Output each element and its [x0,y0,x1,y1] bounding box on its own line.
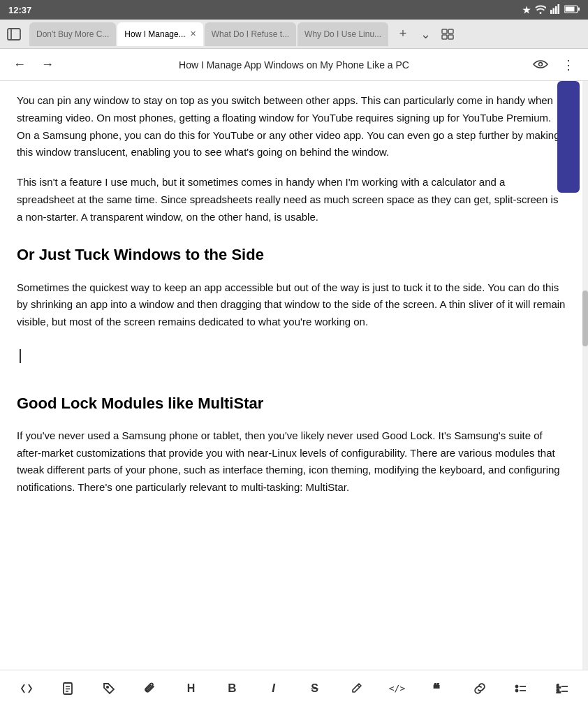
wifi-icon [535,4,546,16]
svg-point-13 [539,62,543,66]
tab-why-do-i-use[interactable]: Why Do I Use Linu... [297,22,388,46]
svg-point-22 [515,689,517,691]
tab-overview-button[interactable] [437,24,458,45]
toolbar-document-button[interactable] [55,676,80,701]
svg-rect-3 [558,4,560,14]
tab-label: Don't Buy More C... [36,29,109,39]
svg-rect-2 [555,6,557,14]
svg-rect-0 [550,10,552,14]
toolbar-brackets-button[interactable] [14,676,39,701]
toolbar-paperclip-button[interactable] [138,676,163,701]
tab-label: What Do I Refuse t... [212,29,289,39]
bluetooth-icon: ★ [522,5,531,15]
heading-good-lock: Good Lock Modules like MultiStar [17,391,566,416]
cursor-placeholder [17,344,566,374]
toolbar-list-ol-button[interactable]: 1.2. [550,676,575,701]
status-bar: 12:37 ★ [0,0,588,20]
page-title: How I Manage App Windows on My Phone Lik… [64,59,524,71]
svg-text:❝: ❝ [433,682,440,696]
svg-rect-10 [448,29,453,34]
toolbar-draw-button[interactable] [344,676,369,701]
time: 12:37 [8,5,31,15]
tab-label: How I Manage... [124,29,185,39]
signal-icon [550,4,560,16]
svg-rect-7 [8,29,20,40]
svg-point-21 [515,685,517,687]
para-tuck: Sometimes the quickest way to keep an ap… [17,279,566,331]
scrollbar-track[interactable] [582,81,588,670]
svg-rect-12 [448,35,453,39]
svg-rect-1 [553,8,555,14]
toolbar-code-button[interactable]: </> [385,676,410,701]
nav-right-controls: ⋮ [529,54,580,76]
nav-bar: ← → How I Manage App Windows on My Phone… [0,49,588,81]
toolbar-italic-button[interactable]: I [261,676,286,701]
svg-rect-9 [442,29,447,34]
tab-what-do-i-refuse[interactable]: What Do I Refuse t... [205,22,296,46]
more-options-button[interactable]: ⋮ [557,54,580,76]
para-calculator: This isn't a feature I use much, but it … [17,174,566,226]
svg-rect-11 [442,35,447,39]
tab-actions: + ⌄ [392,24,458,45]
svg-text:1.: 1. [557,684,561,689]
scrollbar-thumb[interactable] [582,291,588,346]
new-tab-button[interactable]: + [392,24,413,45]
toolbar-list-ul-button[interactable] [508,676,534,701]
tab-label: Why Do I Use Linu... [304,29,381,39]
toolbar-heading-button[interactable]: H [179,676,204,701]
tab-bar: Don't Buy More C... How I Manage... ✕ Wh… [0,20,588,49]
svg-line-19 [358,685,360,687]
toolbar-quote-button[interactable]: ❝ [426,676,451,701]
content-area: You can pin any window to stay on top as… [0,81,588,670]
sidebar-toggle-icon[interactable] [3,23,25,45]
back-button[interactable]: ← [8,54,31,76]
floating-phone-widget [557,81,580,193]
toolbar-link-button[interactable] [467,676,492,701]
status-icons: ★ [522,4,580,16]
battery-icon [564,5,580,15]
forward-button[interactable]: → [36,54,59,76]
article-content: You can pin any window to stay on top as… [0,81,582,670]
toolbar-bold-button[interactable]: B [220,676,245,701]
tab-bar-controls [3,23,25,45]
svg-rect-6 [578,7,580,10]
reader-mode-button[interactable] [529,54,552,76]
heading-tuck-windows: Or Just Tuck Windows to the Side [17,242,566,267]
svg-text:2.: 2. [557,689,561,693]
svg-point-18 [106,686,108,687]
toolbar-tag-button[interactable] [96,676,122,701]
tab-close-icon[interactable]: ✕ [190,29,196,38]
editor-toolbar: H B I S </> ❝ 1.2. [0,670,588,706]
tab-how-i-manage[interactable]: How I Manage... ✕ [117,22,203,46]
tab-dropdown-button[interactable]: ⌄ [415,24,436,45]
para-pin-window: You can pin any window to stay on top as… [17,92,566,161]
para-good-lock: If you've never used a Samsung phone or … [17,427,566,497]
tab-dont-buy[interactable]: Don't Buy More C... [29,22,116,46]
toolbar-strikethrough-button[interactable]: S [302,676,328,701]
svg-rect-5 [566,6,575,11]
